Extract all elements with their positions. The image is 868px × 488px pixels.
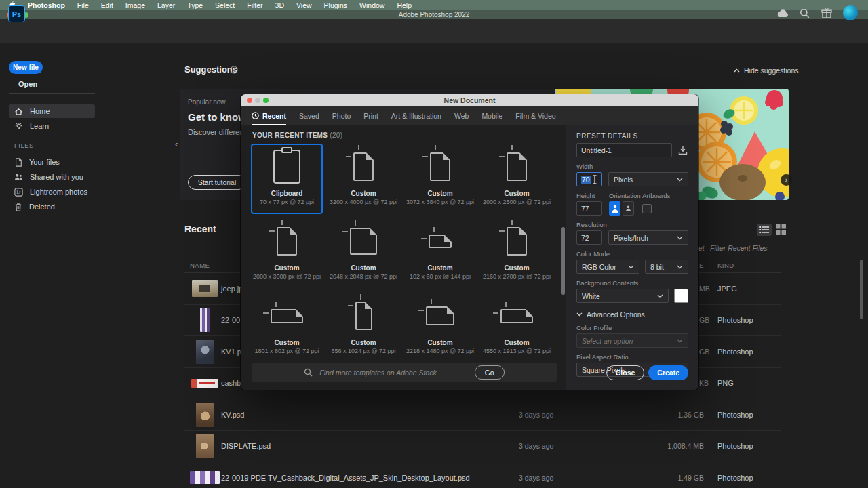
color-mode-dropdown[interactable]: RGB Color bbox=[576, 260, 639, 274]
preset-card-custom[interactable]: Custom4550 x 1913 px @ 72 ppi bbox=[481, 293, 552, 363]
document-name-input[interactable]: Untitled-1 bbox=[576, 143, 672, 157]
go-button[interactable]: Go bbox=[475, 365, 505, 380]
sidebar-item-deleted[interactable]: Deleted bbox=[9, 200, 95, 214]
menu-select[interactable]: Select bbox=[215, 1, 235, 9]
info-icon[interactable] bbox=[230, 66, 238, 74]
artboards-checkbox[interactable] bbox=[642, 204, 652, 214]
start-tutorial-button[interactable]: Start tutorial bbox=[188, 175, 246, 190]
tab-photo[interactable]: Photo bbox=[332, 106, 351, 125]
document-icon bbox=[271, 309, 303, 323]
table-row[interactable]: 22-0019 PDE TV_Cashback_Digital_Assets_J… bbox=[184, 462, 781, 488]
menu-image[interactable]: Image bbox=[125, 1, 145, 9]
chevron-down-icon bbox=[677, 265, 683, 269]
advanced-options-toggle[interactable]: Advanced Options bbox=[576, 310, 688, 319]
tab-mobile[interactable]: Mobile bbox=[481, 106, 502, 125]
menu-help[interactable]: Help bbox=[397, 1, 412, 9]
list-view-icon[interactable] bbox=[757, 224, 772, 236]
orientation-landscape-button[interactable] bbox=[623, 201, 634, 216]
color-profile-dropdown[interactable]: Select an option bbox=[576, 333, 688, 348]
carousel-prev-icon[interactable]: ‹ bbox=[175, 139, 178, 149]
column-header-name[interactable]: NAME bbox=[190, 262, 210, 269]
new-file-button[interactable]: New file bbox=[9, 61, 43, 74]
table-row[interactable]: DISPLATE.psd 3 days ago 1,008.4 MB Photo… bbox=[184, 431, 781, 463]
menu-3d[interactable]: 3D bbox=[275, 1, 284, 9]
menu-plugins[interactable]: Plugins bbox=[324, 1, 347, 9]
preset-grid-scrollbar[interactable] bbox=[561, 227, 565, 295]
file-name: KV.psd bbox=[221, 399, 244, 430]
dialog-titlebar[interactable]: New Document bbox=[241, 94, 698, 106]
menu-layer[interactable]: Layer bbox=[157, 1, 175, 9]
width-unit-dropdown[interactable]: Pixels bbox=[608, 172, 688, 186]
menu-type[interactable]: Type bbox=[187, 1, 203, 9]
recent-items-heading: YOUR RECENT ITEMS (20) bbox=[252, 131, 342, 139]
sidebar-item-home[interactable]: Home bbox=[9, 104, 95, 118]
file-date: 3 days ago bbox=[519, 431, 553, 462]
open-button[interactable]: Open bbox=[18, 80, 37, 88]
menu-filter[interactable]: Filter bbox=[247, 1, 262, 9]
width-input[interactable]: 70 bbox=[576, 172, 602, 186]
search-icon[interactable] bbox=[800, 8, 810, 18]
page-scrollbar[interactable] bbox=[860, 260, 863, 319]
filter-recent-files-input[interactable]: Filter Recent Files bbox=[710, 244, 768, 252]
tab-print[interactable]: Print bbox=[363, 106, 378, 125]
tab-film-video[interactable]: Film & Video bbox=[515, 106, 555, 125]
stock-search-input[interactable]: Find more templates on Adobe Stock bbox=[319, 369, 436, 377]
chevron-up-icon bbox=[734, 68, 740, 73]
table-row[interactable]: KV.psd 3 days ago 1.36 GB Photoshop bbox=[184, 399, 781, 431]
lightroom-icon: Lr bbox=[14, 188, 23, 197]
preset-card-custom[interactable]: Custom656 x 1024 px @ 72 ppi bbox=[328, 293, 399, 363]
preset-card-custom[interactable]: Custom3200 x 4000 px @ 72 ppi bbox=[328, 144, 399, 214]
document-icon bbox=[353, 152, 374, 181]
save-preset-icon[interactable] bbox=[677, 145, 688, 156]
sidebar-item-label: Home bbox=[30, 107, 50, 115]
file-date: 3 days ago bbox=[519, 399, 553, 430]
tab-art-illustration[interactable]: Art & Illustration bbox=[391, 106, 441, 125]
grid-view-icon[interactable] bbox=[776, 224, 786, 235]
background-color-swatch[interactable] bbox=[674, 289, 688, 303]
account-avatar[interactable] bbox=[843, 5, 858, 20]
menu-photoshop[interactable]: Photoshop bbox=[28, 1, 65, 9]
file-kind: Photoshop bbox=[717, 462, 753, 488]
file-thumbnail bbox=[196, 434, 214, 458]
background-contents-dropdown[interactable]: White bbox=[576, 289, 669, 303]
sidebar-item-lightroom-photos[interactable]: Lr Lightroom photos bbox=[9, 185, 95, 199]
macos-menu-bar: Photoshop File Edit Image Layer Type Sel… bbox=[0, 0, 868, 10]
menu-edit[interactable]: Edit bbox=[101, 1, 113, 9]
preset-card-custom[interactable]: Custom2000 x 2500 px @ 72 ppi bbox=[481, 144, 552, 214]
tab-recent[interactable]: Recent bbox=[252, 106, 286, 125]
sidebar-item-learn[interactable]: Learn bbox=[9, 119, 95, 133]
resolution-unit-dropdown[interactable]: Pixels/Inch bbox=[608, 230, 688, 245]
preset-card-clipboard[interactable]: Clipboard70 x 77 px @ 72 ppi bbox=[251, 144, 323, 214]
sidebar-item-label: Learn bbox=[30, 122, 49, 130]
preset-card-custom[interactable]: Custom2000 x 3000 px @ 72 ppi bbox=[252, 219, 322, 288]
create-button[interactable]: Create bbox=[648, 365, 688, 380]
preset-card-custom[interactable]: Custom2048 x 2048 px @ 72 ppi bbox=[328, 219, 399, 288]
column-header-kind[interactable]: KIND bbox=[717, 262, 734, 269]
menu-view[interactable]: View bbox=[296, 1, 312, 9]
document-icon bbox=[14, 158, 22, 167]
preset-card-custom[interactable]: Custom3072 x 3840 px @ 72 ppi bbox=[405, 144, 475, 214]
tab-web[interactable]: Web bbox=[454, 106, 469, 125]
bit-depth-dropdown[interactable]: 8 bit bbox=[645, 260, 688, 274]
carousel-next-icon[interactable]: › bbox=[781, 174, 792, 186]
height-input[interactable]: 77 bbox=[576, 201, 602, 216]
menu-window[interactable]: Window bbox=[359, 1, 384, 9]
tab-saved[interactable]: Saved bbox=[299, 106, 319, 125]
preset-card-custom[interactable]: Custom2218 x 1480 px @ 72 ppi bbox=[405, 293, 475, 363]
orientation-portrait-button[interactable] bbox=[609, 201, 620, 216]
resolution-label: Resolution bbox=[576, 221, 688, 228]
sidebar-item-shared-with-you[interactable]: Shared with you bbox=[9, 170, 95, 184]
preset-card-custom[interactable]: Custom2160 x 2700 px @ 72 ppi bbox=[481, 219, 552, 288]
files-section-header: FILES bbox=[14, 142, 34, 149]
window-titlebar: Adobe Photoshop 2022 bbox=[0, 10, 868, 19]
sidebar-item-your-files[interactable]: Your files bbox=[9, 155, 95, 169]
preset-card-custom[interactable]: Custom102 x 60 px @ 144 ppi bbox=[405, 219, 475, 288]
preset-details-panel: PRESET DETAILS Untitled-1 Width 70 Pixel… bbox=[566, 125, 698, 390]
hide-suggestions-button[interactable]: Hide suggestions bbox=[734, 66, 799, 75]
whats-new-gift-icon[interactable] bbox=[821, 8, 832, 18]
resolution-input[interactable]: 72 bbox=[576, 230, 602, 245]
cloud-icon[interactable] bbox=[776, 8, 789, 18]
menu-file[interactable]: File bbox=[77, 1, 89, 9]
close-button[interactable]: Close bbox=[606, 365, 645, 380]
preset-card-custom[interactable]: Custom1801 x 802 px @ 72 ppi bbox=[252, 293, 322, 363]
